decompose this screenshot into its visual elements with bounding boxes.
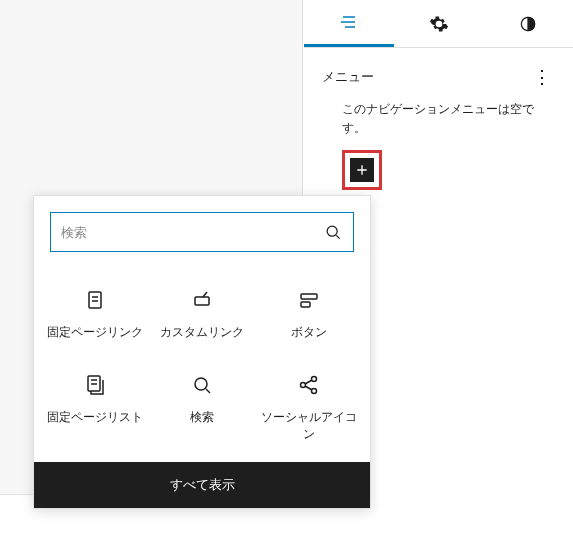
svg-rect-2 [89,292,101,308]
custom-link-icon [190,286,214,314]
list-icon [337,10,361,34]
contrast-icon [518,14,538,34]
menu-panel: メニュー ⋮ このナビゲーションメニューは空です。 [304,48,573,206]
settings-sidebar: メニュー ⋮ このナビゲーションメニューは空です。 [304,0,573,206]
block-search[interactable]: 検索 [149,353,256,455]
search-block-icon [190,371,214,399]
add-block-button[interactable] [350,158,374,182]
block-label: ボタン [291,324,327,341]
block-grid: 固定ページリンク カスタムリンク ボタン 固定ページリスト 検索 [34,260,370,462]
svg-point-9 [311,376,316,381]
page-link-icon [83,286,107,314]
tab-navigation[interactable] [304,0,394,47]
svg-point-10 [311,388,316,393]
block-page-link[interactable]: 固定ページリンク [42,268,149,353]
block-label: 検索 [190,409,214,426]
block-custom-link[interactable]: カスタムリンク [149,268,256,353]
svg-point-1 [327,226,337,236]
show-all-button[interactable]: すべて表示 [34,462,370,508]
svg-point-8 [300,382,305,387]
block-social-icons[interactable]: ソーシャルアイコン [255,353,362,455]
block-button[interactable]: ボタン [255,268,362,353]
search-field[interactable] [50,212,354,252]
tab-settings[interactable] [394,0,484,47]
svg-rect-3 [195,297,209,305]
tab-styles[interactable] [483,0,573,47]
button-icon [297,286,321,314]
block-page-list[interactable]: 固定ページリスト [42,353,149,455]
search-input[interactable] [61,225,323,240]
block-inserter-popover: 固定ページリンク カスタムリンク ボタン 固定ページリスト 検索 [33,195,371,509]
block-label: カスタムリンク [160,324,244,341]
svg-rect-4 [301,294,317,299]
social-icon [297,371,321,399]
add-block-highlight [342,150,382,190]
svg-point-7 [195,378,207,390]
block-label: 固定ページリンク [47,324,143,341]
search-icon [323,222,343,242]
block-label: ソーシャルアイコン [259,409,358,443]
page-list-icon [83,371,107,399]
empty-menu-text: このナビゲーションメニューは空です。 [342,100,555,138]
panel-title: メニュー [322,68,374,86]
svg-rect-5 [301,302,310,307]
gear-icon [429,14,449,34]
block-label: 固定ページリスト [47,409,143,426]
more-options-button[interactable]: ⋮ [529,64,555,90]
plus-icon [354,162,370,178]
sidebar-tabs [304,0,573,48]
